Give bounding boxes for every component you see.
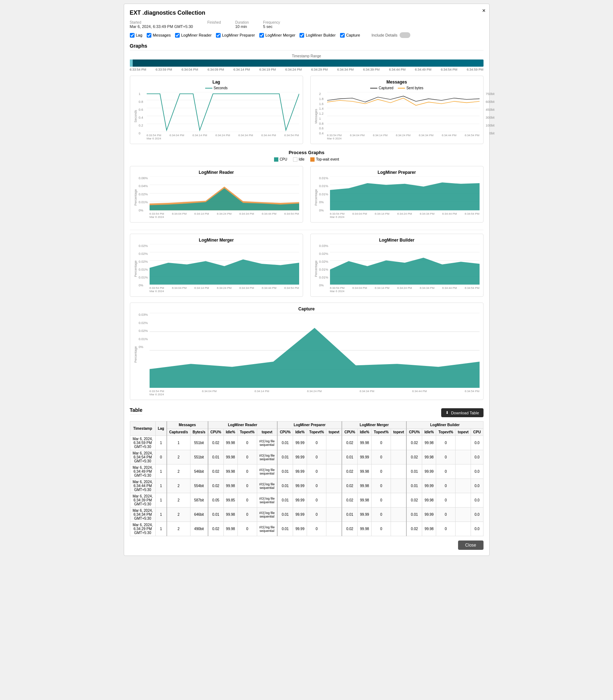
cell-lb-idle: 99.99: [422, 508, 436, 522]
cell-lb-topevt: [456, 493, 471, 508]
cell-lb-topevt-pct: 0: [436, 450, 456, 465]
cell-lm-topevt-pct: 0: [372, 465, 391, 479]
cell-timestamp: Mar 6, 2024, 6:34:44 PM GMT+5:30: [130, 479, 155, 493]
cb-logminer-reader[interactable]: LogMiner Reader: [175, 33, 212, 38]
meta-duration-value: 10 min: [235, 24, 247, 29]
svg-marker-31: [150, 259, 299, 285]
meta-duration-label: Duration: [235, 20, 249, 24]
col-lr-topevt: topevt: [257, 429, 277, 436]
cell-lm-topevt-pct: 0: [372, 522, 391, 536]
cell-lb-idle: 99.98: [422, 436, 436, 450]
messages-legend-captured: Captured: [370, 86, 393, 90]
cell-lag: 1: [155, 522, 166, 536]
cell-lag: 1: [155, 508, 166, 522]
cell-lb-idle: 99.99: [422, 465, 436, 479]
cell-timestamp: Mar 6, 2024, 6:34:54 PM GMT+5:30: [130, 450, 155, 465]
cell-lag: 1: [155, 436, 166, 450]
reader-preparer-row: LogMiner Reader Percentage 0.06% 0.04% 0…: [130, 166, 484, 223]
include-details: Include Details: [372, 32, 410, 38]
table-row: Mar 6, 2024, 6:34:39 PM GMT+5:30 1 2 587…: [130, 493, 483, 508]
process-graphs-title: Process Graphs: [130, 150, 484, 155]
cell-lb-topevt-pct: 0: [436, 465, 456, 479]
lb-svg: [330, 244, 480, 285]
download-table-button[interactable]: ⬇ Download Table: [441, 408, 483, 417]
col-lm-group: LogMiner Merger: [342, 422, 406, 429]
meta-frequency-value: 5 sec: [263, 24, 273, 29]
cell-lag: 1: [155, 465, 166, 479]
cell-lb-cpu: 0.01: [406, 465, 422, 479]
cell-lr-cpu: 0.02: [208, 465, 224, 479]
meta-frequency: Frequency 5 sec: [263, 20, 280, 29]
lr-chart-area: 6:33:54 PMMar 6 2024 6:34:04 PM 6:34:14 …: [150, 176, 299, 219]
cell-lb-cpu: 0.01: [406, 508, 422, 522]
cell-lr-topevt-pct: 0: [237, 436, 257, 450]
include-details-label: Include Details: [372, 33, 397, 37]
cell-lr-idle: 99.98: [223, 522, 237, 536]
close-footer-button[interactable]: Close: [458, 541, 484, 550]
cell-lp-topevt: [326, 508, 342, 522]
table-container[interactable]: Timestamp Lag Messages LogMiner Reader L…: [130, 421, 484, 536]
cb-logminer-builder[interactable]: LogMiner Builder: [300, 33, 335, 38]
cell-lp-cpu: 0.01: [277, 450, 293, 465]
cell-lm-topevt-pct: 0: [372, 436, 391, 450]
cell-captured: 2: [167, 465, 190, 479]
cell-lm-topevt: [391, 450, 407, 465]
timestamp-range: Timestamp Range 6:33:54 PM 6:33:59 PM 6:…: [130, 54, 484, 71]
meta-started-value: Mar 6, 2024, 6:33:49 PM GMT+5:30: [130, 24, 193, 29]
cell-lm-topevt-pct: 0: [372, 450, 391, 465]
cap-svg: [150, 313, 480, 388]
process-legend-cpu: CPU: [274, 157, 287, 162]
process-legend-idle: Idle: [293, 157, 305, 162]
col-lr-cpu: CPU%: [208, 429, 224, 436]
process-graphs-section: Process Graphs CPU Idle Top-wait event: [130, 150, 484, 223]
cell-captured: 1: [167, 436, 190, 450]
cell-lag: 0: [155, 450, 166, 465]
cell-lp-topevt: [326, 522, 342, 536]
include-details-toggle[interactable]: [400, 32, 410, 38]
cell-bytes: 551bit: [190, 436, 208, 450]
lag-svg: [147, 92, 299, 132]
cell-lp-cpu: 0.01: [277, 508, 293, 522]
cell-lp-idle: 99.99: [293, 436, 307, 450]
table-section-title: Table: [130, 407, 143, 415]
cell-lb-topevt: [456, 450, 471, 465]
modal-close-button[interactable]: ×: [482, 8, 485, 14]
cb-lag[interactable]: Lag: [130, 33, 142, 38]
cell-lr-topevt-pct: 0: [237, 479, 257, 493]
cap-y-unit: Percentage: [134, 313, 139, 396]
cell-lp-topevt-pct: 0: [307, 479, 326, 493]
cell-lm-topevt-pct: 0: [372, 508, 391, 522]
cell-lp-topevt-pct: 0: [307, 450, 326, 465]
cell-bytes: 554bit: [190, 479, 208, 493]
meta-finished-label: Finished: [207, 20, 221, 24]
cell-lp-topevt-pct: 0: [307, 465, 326, 479]
meta-started-label: Started: [130, 20, 193, 24]
cell-bytes: 546bit: [190, 465, 208, 479]
table-row: Mar 6, 2024, 6:34:44 PM GMT+5:30 1 2 554…: [130, 479, 483, 493]
lb-x-labels: 6:33:54 PMMar 6 2024 6:34:04 PM 6:34:14 …: [330, 286, 480, 293]
col-lb-cpu2: CPU: [471, 429, 483, 436]
cb-capture[interactable]: Capture: [340, 33, 360, 38]
timestamp-slider[interactable]: [130, 59, 484, 67]
cell-lb-topevt: [456, 479, 471, 493]
cb-logminer-preparer[interactable]: LogMiner Preparer: [216, 33, 255, 38]
cell-lr-idle: 99.98: [223, 465, 237, 479]
cell-lp-cpu: 0.01: [277, 465, 293, 479]
col-lr-group: LogMiner Reader: [208, 422, 278, 429]
table-section: Table ⬇ Download Table Timestamp Lag Mes…: [130, 407, 484, 536]
lb-y-labels: 0.03% 0.02% 0.02% 0.01% 0.01% 0%: [319, 244, 329, 287]
diagnostics-modal: EXT .diagnostics Collection × Started Ma…: [124, 4, 490, 556]
capture-chart-title: Capture: [134, 306, 480, 311]
cell-lr-topevt: I/O] log file sequential: [257, 493, 277, 508]
lm-svg: [150, 244, 299, 285]
graphs-section: Graphs Timestamp Range 6:33:54 PM 6:33:5…: [130, 43, 484, 223]
cell-lr-cpu: 0.02: [208, 436, 224, 450]
cb-logminer-merger[interactable]: LogMiner Merger: [259, 33, 296, 38]
capture-chart: Capture Percentage 0.03% 0.02% 0.02% 0.0…: [130, 303, 484, 400]
cell-lp-cpu: 0.01: [277, 493, 293, 508]
col-lm-topevt: topevt: [391, 429, 407, 436]
cell-lm-idle: 99.99: [358, 508, 372, 522]
cb-messages[interactable]: Messages: [147, 33, 171, 38]
messages-legend-bytes-label: Sent bytes: [406, 86, 423, 90]
cell-timestamp: Mar 6, 2024, 6:34:39 PM GMT+5:30: [130, 493, 155, 508]
